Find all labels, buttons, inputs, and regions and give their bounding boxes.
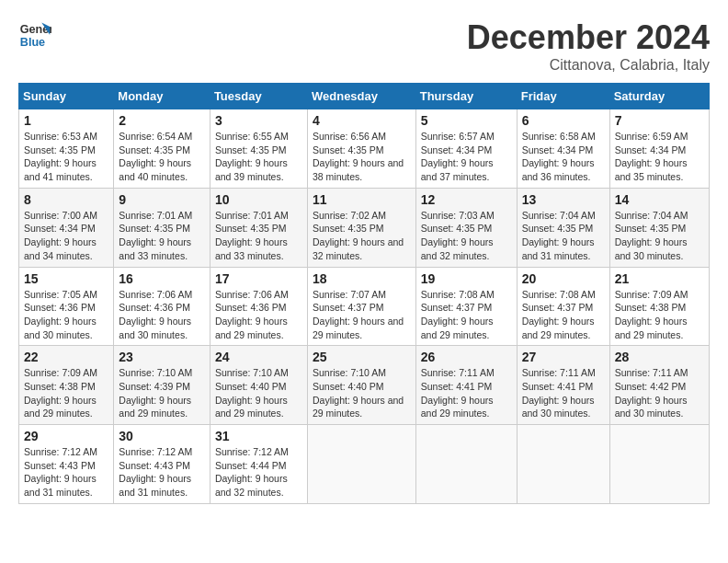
day-info: Sunrise: 7:09 AM Sunset: 4:38 PM Dayligh… <box>24 366 108 420</box>
day-number: 13 <box>522 192 605 207</box>
col-monday: Monday <box>114 84 210 109</box>
day-info: Sunrise: 7:06 AM Sunset: 4:36 PM Dayligh… <box>119 288 205 342</box>
day-info: Sunrise: 7:01 AM Sunset: 4:35 PM Dayligh… <box>215 209 302 263</box>
day-info: Sunrise: 7:10 AM Sunset: 4:39 PM Dayligh… <box>119 366 205 420</box>
calendar-cell: 10 Sunrise: 7:01 AM Sunset: 4:35 PM Dayl… <box>210 188 307 267</box>
calendar-cell: 6 Sunrise: 6:58 AM Sunset: 4:34 PM Dayli… <box>517 109 609 189</box>
day-info: Sunrise: 7:05 AM Sunset: 4:36 PM Dayligh… <box>24 288 108 342</box>
calendar-cell: 23 Sunrise: 7:10 AM Sunset: 4:39 PM Dayl… <box>114 346 210 425</box>
calendar-cell: 31 Sunrise: 7:12 AM Sunset: 4:44 PM Dayl… <box>210 425 307 504</box>
calendar-cell: 1 Sunrise: 6:53 AM Sunset: 4:35 PM Dayli… <box>19 109 114 189</box>
day-info: Sunrise: 7:08 AM Sunset: 4:37 PM Dayligh… <box>522 288 605 342</box>
header: General Blue December 2024 Cittanova, Ca… <box>18 18 710 74</box>
calendar-body: 1 Sunrise: 6:53 AM Sunset: 4:35 PM Dayli… <box>19 109 710 504</box>
calendar-cell: 8 Sunrise: 7:00 AM Sunset: 4:34 PM Dayli… <box>19 188 114 267</box>
calendar-cell: 27 Sunrise: 7:11 AM Sunset: 4:41 PM Dayl… <box>517 346 609 425</box>
day-number: 8 <box>24 192 108 207</box>
day-info: Sunrise: 7:12 AM Sunset: 4:43 PM Dayligh… <box>119 445 205 500</box>
calendar-cell: 14 Sunrise: 7:04 AM Sunset: 4:35 PM Dayl… <box>609 188 709 267</box>
day-info: Sunrise: 6:54 AM Sunset: 4:35 PM Dayligh… <box>119 130 205 184</box>
calendar-cell: 28 Sunrise: 7:11 AM Sunset: 4:42 PM Dayl… <box>609 346 709 425</box>
day-number: 29 <box>24 429 108 443</box>
calendar-cell: 13 Sunrise: 7:04 AM Sunset: 4:35 PM Dayl… <box>517 188 609 267</box>
day-number: 15 <box>24 271 108 286</box>
day-info: Sunrise: 7:08 AM Sunset: 4:37 PM Dayligh… <box>421 288 512 342</box>
calendar-cell: 29 Sunrise: 7:12 AM Sunset: 4:43 PM Dayl… <box>19 425 114 504</box>
calendar-cell: 19 Sunrise: 7:08 AM Sunset: 4:37 PM Dayl… <box>415 267 517 346</box>
day-number: 24 <box>215 350 302 364</box>
day-number: 16 <box>119 271 205 286</box>
header-row: Sunday Monday Tuesday Wednesday Thursday… <box>19 84 710 109</box>
day-number: 9 <box>119 192 205 207</box>
day-info: Sunrise: 7:10 AM Sunset: 4:40 PM Dayligh… <box>313 366 411 420</box>
calendar-cell: 16 Sunrise: 7:06 AM Sunset: 4:36 PM Dayl… <box>114 267 210 346</box>
day-number: 7 <box>615 113 704 128</box>
calendar-cell <box>609 425 709 504</box>
calendar-cell: 24 Sunrise: 7:10 AM Sunset: 4:40 PM Dayl… <box>210 346 307 425</box>
day-number: 17 <box>215 271 302 286</box>
calendar-week-1: 1 Sunrise: 6:53 AM Sunset: 4:35 PM Dayli… <box>19 109 710 189</box>
col-wednesday: Wednesday <box>307 84 415 109</box>
col-saturday: Saturday <box>609 84 709 109</box>
day-number: 19 <box>421 271 512 286</box>
day-info: Sunrise: 6:55 AM Sunset: 4:35 PM Dayligh… <box>215 130 302 184</box>
col-thursday: Thursday <box>415 84 517 109</box>
calendar-cell: 11 Sunrise: 7:02 AM Sunset: 4:35 PM Dayl… <box>307 188 415 267</box>
svg-text:Blue: Blue <box>20 36 45 49</box>
day-number: 18 <box>313 271 411 286</box>
day-number: 12 <box>421 192 512 207</box>
calendar-week-2: 8 Sunrise: 7:00 AM Sunset: 4:34 PM Dayli… <box>19 188 710 267</box>
calendar-week-4: 22 Sunrise: 7:09 AM Sunset: 4:38 PM Dayl… <box>19 346 710 425</box>
calendar-cell: 12 Sunrise: 7:03 AM Sunset: 4:35 PM Dayl… <box>415 188 517 267</box>
calendar-cell: 3 Sunrise: 6:55 AM Sunset: 4:35 PM Dayli… <box>210 109 307 189</box>
day-info: Sunrise: 7:07 AM Sunset: 4:37 PM Dayligh… <box>313 288 411 342</box>
day-number: 11 <box>313 192 411 207</box>
calendar-week-5: 29 Sunrise: 7:12 AM Sunset: 4:43 PM Dayl… <box>19 425 710 504</box>
day-number: 21 <box>615 271 704 286</box>
day-info: Sunrise: 7:04 AM Sunset: 4:35 PM Dayligh… <box>522 209 605 263</box>
day-number: 30 <box>119 429 205 443</box>
calendar-cell: 4 Sunrise: 6:56 AM Sunset: 4:35 PM Dayli… <box>307 109 415 189</box>
day-info: Sunrise: 7:11 AM Sunset: 4:42 PM Dayligh… <box>615 366 704 420</box>
day-number: 2 <box>119 113 205 128</box>
day-number: 4 <box>313 113 411 128</box>
calendar-cell: 17 Sunrise: 7:06 AM Sunset: 4:36 PM Dayl… <box>210 267 307 346</box>
day-number: 14 <box>615 192 704 207</box>
day-info: Sunrise: 6:58 AM Sunset: 4:34 PM Dayligh… <box>522 130 605 184</box>
day-info: Sunrise: 6:53 AM Sunset: 4:35 PM Dayligh… <box>24 130 108 184</box>
day-number: 23 <box>119 350 205 364</box>
calendar-cell: 25 Sunrise: 7:10 AM Sunset: 4:40 PM Dayl… <box>307 346 415 425</box>
day-number: 1 <box>24 113 108 128</box>
day-number: 28 <box>615 350 704 364</box>
calendar-table: Sunday Monday Tuesday Wednesday Thursday… <box>18 83 710 504</box>
day-number: 27 <box>522 350 605 364</box>
calendar-cell <box>307 425 415 504</box>
day-number: 10 <box>215 192 302 207</box>
day-info: Sunrise: 7:10 AM Sunset: 4:40 PM Dayligh… <box>215 366 302 420</box>
calendar-cell: 21 Sunrise: 7:09 AM Sunset: 4:38 PM Dayl… <box>609 267 709 346</box>
day-info: Sunrise: 6:56 AM Sunset: 4:35 PM Dayligh… <box>313 130 411 184</box>
day-number: 22 <box>24 350 108 364</box>
day-number: 3 <box>215 113 302 128</box>
calendar-cell: 9 Sunrise: 7:01 AM Sunset: 4:35 PM Dayli… <box>114 188 210 267</box>
day-number: 5 <box>421 113 512 128</box>
logo-icon: General Blue <box>18 18 51 52</box>
logo: General Blue <box>18 18 51 52</box>
calendar-cell <box>517 425 609 504</box>
calendar-cell: 20 Sunrise: 7:08 AM Sunset: 4:37 PM Dayl… <box>517 267 609 346</box>
calendar-week-3: 15 Sunrise: 7:05 AM Sunset: 4:36 PM Dayl… <box>19 267 710 346</box>
calendar-cell: 30 Sunrise: 7:12 AM Sunset: 4:43 PM Dayl… <box>114 425 210 504</box>
day-info: Sunrise: 7:11 AM Sunset: 4:41 PM Dayligh… <box>522 366 605 420</box>
day-info: Sunrise: 7:03 AM Sunset: 4:35 PM Dayligh… <box>421 209 512 263</box>
day-info: Sunrise: 7:09 AM Sunset: 4:38 PM Dayligh… <box>615 288 704 342</box>
day-info: Sunrise: 7:12 AM Sunset: 4:43 PM Dayligh… <box>24 445 108 500</box>
col-friday: Friday <box>517 84 609 109</box>
day-number: 26 <box>421 350 512 364</box>
day-info: Sunrise: 7:00 AM Sunset: 4:34 PM Dayligh… <box>24 209 108 263</box>
calendar-cell: 7 Sunrise: 6:59 AM Sunset: 4:34 PM Dayli… <box>609 109 709 189</box>
day-number: 31 <box>215 429 302 443</box>
calendar-cell: 2 Sunrise: 6:54 AM Sunset: 4:35 PM Dayli… <box>114 109 210 189</box>
col-sunday: Sunday <box>19 84 114 109</box>
day-info: Sunrise: 6:57 AM Sunset: 4:34 PM Dayligh… <box>421 130 512 184</box>
day-number: 6 <box>522 113 605 128</box>
